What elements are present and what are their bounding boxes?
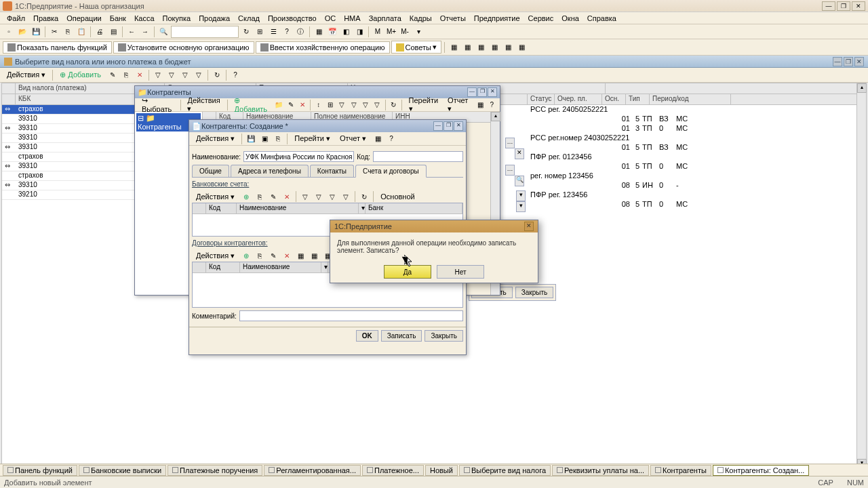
kw-close-button[interactable]: ✕	[488, 87, 497, 97]
ew-ext-icon[interactable]: ▦	[372, 133, 384, 145]
set-org-button[interactable]: Установите основную организацию	[113, 41, 254, 54]
tb-req[interactable]: Реквизиты уплаты на...	[552, 465, 649, 476]
gh-osn[interactable]: Осн.	[602, 94, 626, 104]
bank-refresh-icon[interactable]: ↻	[358, 190, 370, 203]
contract-t2-icon[interactable]: ▦	[308, 249, 320, 262]
kw-help-icon[interactable]: ?	[487, 99, 497, 111]
contract-actions-button[interactable]: Действия ▾	[192, 250, 239, 262]
ew-go-button[interactable]: Перейти ▾	[290, 133, 334, 144]
ew-report-button[interactable]: Отчет ▾	[336, 133, 370, 144]
name-input[interactable]	[243, 151, 354, 162]
table-row[interactable]: ПФР рег. 123456	[528, 190, 856, 200]
menu-windows[interactable]: Окна	[557, 13, 583, 24]
cut-icon[interactable]: ✂	[48, 26, 60, 38]
menu-sale[interactable]: Продажа	[195, 13, 234, 24]
kw-ext-icon[interactable]: ▦	[475, 99, 486, 111]
comment-input[interactable]	[239, 310, 463, 321]
new-icon[interactable]: ▫	[3, 26, 15, 38]
bank-actions-button[interactable]: Действия ▾	[192, 191, 239, 203]
sel-btn-clear[interactable]: ✕	[515, 148, 524, 159]
doc-filter4-icon[interactable]: ▽	[193, 69, 205, 81]
kw-hier-icon[interactable]: ⊞	[325, 99, 335, 111]
bank-del-icon[interactable]: ✕	[281, 190, 293, 203]
copy-icon[interactable]: ⎘	[62, 26, 74, 38]
tb-new[interactable]: Новый	[425, 465, 458, 476]
bank-copy-icon[interactable]: ⎘	[254, 190, 266, 203]
close-edit-button[interactable]: Закрыть	[425, 330, 463, 342]
gh-status[interactable]: Статус	[528, 94, 555, 104]
tb-kontragenty[interactable]: Контрагенты	[650, 465, 711, 476]
menu-warehouse[interactable]: Склад	[234, 13, 264, 24]
back-icon[interactable]: ←	[125, 26, 138, 38]
ew-save-icon[interactable]: 💾	[245, 133, 257, 145]
preview-icon[interactable]: ▤	[107, 26, 119, 38]
enter-op-button[interactable]: Ввести хозяйственную операцию	[256, 41, 390, 54]
kw-f4-icon[interactable]: ▽	[372, 99, 382, 111]
menu-file[interactable]: Файл	[3, 13, 29, 24]
doc-delete-icon[interactable]: ✕	[134, 69, 146, 81]
doc-copy-icon[interactable]: ⎘	[120, 69, 132, 81]
code-input[interactable]	[373, 151, 463, 162]
doc-actions-button[interactable]: Действия ▾	[3, 69, 50, 81]
open-icon[interactable]: 📂	[16, 26, 28, 38]
doc-filter1-icon[interactable]: ▽	[152, 69, 164, 81]
gh-period[interactable]: Период/код	[650, 94, 731, 104]
table-row[interactable]: ПФР рег. 0123456	[528, 152, 856, 162]
show-panel-button[interactable]: Показать панель функций	[3, 41, 112, 54]
menu-hr[interactable]: Кадры	[406, 13, 436, 24]
tab-general[interactable]: Общие	[192, 165, 229, 177]
menu-help[interactable]: Справка	[583, 13, 620, 24]
ew-actions-button[interactable]: Действия ▾	[192, 133, 239, 144]
table-row[interactable]: 015ТПВЗМС	[528, 143, 856, 152]
mdi-max-button[interactable]: ❐	[844, 57, 853, 66]
menu-edit[interactable]: Правка	[29, 13, 62, 24]
doc-help-icon[interactable]: ?	[229, 69, 241, 81]
tb-select-tax[interactable]: Выберите вид налога	[459, 465, 551, 476]
print-icon[interactable]: 🖨	[94, 26, 106, 38]
list-icon[interactable]: ☰	[267, 26, 279, 38]
tb-payments[interactable]: Платежные поручения	[167, 465, 262, 476]
menu-bank[interactable]: Банк	[106, 13, 130, 24]
contract-copy-icon[interactable]: ⎘	[254, 249, 266, 262]
bank-f2-icon[interactable]: ▽	[313, 190, 325, 203]
calendar-icon[interactable]: 📅	[326, 26, 338, 38]
dropdown-icon[interactable]: ▾	[412, 26, 425, 38]
gh-tip[interactable]: Тип	[626, 94, 650, 104]
ab3-icon[interactable]: ▦	[475, 41, 487, 54]
bank-edit-icon[interactable]: ✎	[267, 190, 279, 203]
kw-refresh-icon[interactable]: ↻	[388, 99, 398, 111]
table-row[interactable]: РСС рег. 24050252221	[528, 105, 856, 115]
mdi-close-button[interactable]: ✕	[854, 57, 864, 66]
mminus-icon[interactable]: M-	[399, 26, 411, 38]
bank-main-button[interactable]: Основной	[376, 191, 418, 202]
sel-btn-3[interactable]: ▾	[516, 190, 526, 201]
tool1-icon[interactable]: ◧	[340, 26, 352, 38]
kw-del-icon[interactable]: ✕	[297, 99, 307, 111]
minimize-button[interactable]: —	[822, 1, 835, 11]
table-row[interactable]: рег. номер 123456	[528, 171, 856, 181]
write-button[interactable]: Записать	[381, 330, 422, 342]
menu-salary[interactable]: Зарплата	[365, 13, 406, 24]
ew-close-button[interactable]: ✕	[454, 121, 463, 131]
doc-edit-icon[interactable]: ✎	[106, 69, 119, 81]
m-icon[interactable]: M	[372, 26, 384, 38]
tb-regl[interactable]: Регламентированная...	[264, 465, 361, 476]
kw-edit-icon[interactable]: ✎	[285, 99, 296, 111]
menu-enterprise[interactable]: Предприятие	[470, 13, 524, 24]
doc-filter2-icon[interactable]: ▽	[165, 69, 178, 81]
bank-f3-icon[interactable]: ▽	[326, 190, 338, 203]
ab5-icon[interactable]: ▦	[502, 41, 514, 54]
close-button[interactable]: ✕	[852, 1, 865, 11]
menu-os[interactable]: ОС	[321, 13, 340, 24]
contract-t1-icon[interactable]: ▦	[294, 249, 307, 262]
doc-filter3-icon[interactable]: ▽	[179, 69, 191, 81]
kw-f2-icon[interactable]: ▽	[349, 99, 359, 111]
menu-purchase[interactable]: Покупка	[159, 13, 195, 24]
gh-ocher[interactable]: Очер. пл.	[555, 94, 602, 104]
ab1-icon[interactable]: ▦	[448, 41, 460, 54]
bank-f4-icon[interactable]: ▽	[340, 190, 352, 203]
ab4-icon[interactable]: ▦	[488, 41, 500, 54]
menu-operations[interactable]: Операции	[62, 13, 105, 24]
tb-panel[interactable]: Панель функций	[3, 465, 77, 476]
find-icon[interactable]: 🔍	[157, 26, 170, 38]
